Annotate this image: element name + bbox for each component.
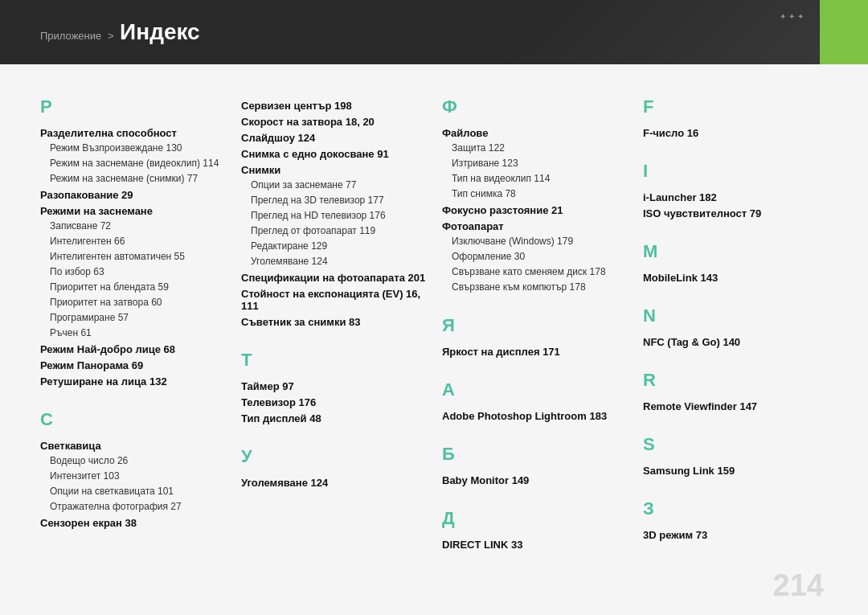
- index-entry-indent: По избор 63: [40, 264, 225, 279]
- index-entry-indent: Интелигентен автоматичен 55: [40, 249, 225, 264]
- index-entry-bold: Remote Viewfinder 147: [643, 400, 828, 412]
- index-entry-bold: Телевизор 176: [241, 396, 426, 408]
- index-entry-bold: Adobe Photoshop Lightroom 183: [442, 410, 627, 422]
- section-letter-F: F: [643, 96, 828, 117]
- index-entry-bold: Режим Най-добро лице 68: [40, 343, 225, 355]
- index-entry-bold: Спецификации на фотоапарата 201: [241, 272, 426, 284]
- index-entry-bold: Файлове: [442, 127, 627, 139]
- section-letter-I: I: [643, 161, 828, 182]
- index-entry-indent: Интензитет 103: [40, 469, 225, 483]
- index-entry-indent: Уголемяване 124: [241, 254, 426, 269]
- index-entry-indent: Тип на видеоклип 114: [442, 171, 627, 186]
- index-entry-indent: Редактиране 129: [241, 239, 426, 253]
- index-entry-bold: Слайдшоу 124: [241, 132, 426, 144]
- index-entry-bold: Разделителна способност: [40, 127, 225, 139]
- header-decoration: ✦ ✦ ✦: [780, 12, 804, 21]
- page-header: ✦ ✦ ✦ Приложение > Индекс: [0, 0, 868, 64]
- section-letter-У: У: [241, 446, 426, 467]
- index-entry-indent: Преглед на 3D телевизор 177: [241, 193, 426, 207]
- index-entry-bold: Стойност на експонацията (EV) 16, 111: [241, 288, 426, 312]
- index-entry-indent: Опции за заснемане 77: [241, 178, 426, 192]
- index-entry-bold: Ретуширане на лица 132: [40, 375, 225, 387]
- section-letter-Ф: Ф: [442, 96, 627, 117]
- index-entry-bold: Яркост на дисплея 171: [442, 346, 627, 358]
- column-4: FF-число 16Ii-Launcher 182ISO чувствител…: [643, 88, 828, 599]
- breadcrumb: Приложение > Индекс: [40, 19, 200, 45]
- index-entry-bold: i-Launcher 182: [643, 191, 828, 203]
- index-entry-indent: Интелигентен 66: [40, 234, 225, 248]
- index-entry-indent: Програмиране 57: [40, 310, 225, 325]
- index-entry-bold: Samsung Link 159: [643, 465, 828, 477]
- index-entry-indent: Свързване към компютър 178: [442, 280, 627, 294]
- section-letter-Т: Т: [241, 350, 426, 371]
- index-entry-bold: Режими на заснемане: [40, 205, 225, 217]
- section-letter-Р: Р: [40, 96, 225, 117]
- index-entry-indent: Режим на заснемане (видеоклип) 114: [40, 156, 225, 170]
- index-entry-bold: Фокусно разстояние 21: [442, 204, 627, 216]
- index-entry-indent: Отражателна фотография 27: [40, 499, 225, 514]
- index-entry-bold: Скорост на затвора 18, 20: [241, 116, 426, 128]
- section-letter-S: S: [643, 434, 828, 455]
- index-entry-indent: Свързване като сменяем диск 178: [442, 264, 627, 279]
- section-letter-З: З: [643, 498, 828, 519]
- section-letter-N: N: [643, 305, 828, 326]
- index-entry-bold: Снимка с едно докосване 91: [241, 148, 426, 160]
- section-letter-А: А: [442, 379, 627, 400]
- section-letter-С: С: [40, 409, 225, 430]
- page-number: 214: [773, 568, 824, 603]
- index-entry-indent: Оформление 30: [442, 249, 627, 264]
- section-letter-Д: Д: [442, 508, 627, 529]
- page-title: Индекс: [120, 19, 200, 44]
- index-entry-indent: Приоритет на затвора 60: [40, 295, 225, 310]
- column-3: ФФайловеЗащита 122Изтриване 123Тип на ви…: [442, 88, 627, 599]
- index-entry-bold: Сензорен екран 38: [40, 517, 225, 529]
- index-entry-bold: DIRECT LINK 33: [442, 539, 627, 551]
- index-entry-bold: Baby Monitor 149: [442, 474, 627, 486]
- index-entry-bold: Таймер 97: [241, 380, 426, 392]
- section-letter-M: M: [643, 241, 828, 262]
- section-letter-Я: Я: [442, 315, 627, 336]
- index-entry-bold: Фотоапарат: [442, 220, 627, 232]
- index-entry-bold: Съветник за снимки 83: [241, 316, 426, 328]
- index-entry-bold: Сервизен център 198: [241, 100, 426, 112]
- index-entry-indent: Изтриване 123: [442, 156, 627, 170]
- index-entry-indent: Тип снимка 78: [442, 187, 627, 201]
- index-entry-indent: Преглед от фотоапарат 119: [241, 223, 426, 238]
- index-entry-bold: Режим Панорама 69: [40, 359, 225, 371]
- index-entry-bold: Снимки: [241, 164, 426, 176]
- column-1: РРазделителна способностРежим Възпроизве…: [40, 88, 225, 599]
- index-entry-bold: F-число 16: [643, 127, 828, 139]
- index-entry-indent: Записване 72: [40, 219, 225, 233]
- breadcrumb-prefix: Приложение: [40, 30, 101, 42]
- index-entry-indent: Режим Възпроизвеждане 130: [40, 141, 225, 155]
- index-entry-bold: NFC (Tag & Go) 140: [643, 336, 828, 348]
- index-entry-bold: Разопакование 29: [40, 189, 225, 201]
- breadcrumb-separator: >: [108, 30, 117, 42]
- index-entry-indent: Режим на заснемане (снимки) 77: [40, 171, 225, 186]
- index-entry-bold: ISO чувствителност 79: [643, 207, 828, 219]
- main-content: РРазделителна способностРежим Възпроизве…: [0, 64, 868, 615]
- index-entry-indent: Опции на светкавицата 101: [40, 484, 225, 498]
- index-entry-bold: Тип дисплей 48: [241, 412, 426, 424]
- index-entry-indent: Ръчен 61: [40, 326, 225, 340]
- index-entry-indent: Приоритет на блендата 59: [40, 280, 225, 294]
- index-entry-bold: Уголемяване 124: [241, 477, 426, 489]
- index-entry-bold: Светкавица: [40, 440, 225, 452]
- index-entry-indent: Водещо число 26: [40, 453, 225, 468]
- index-entry-indent: Изключване (Windows) 179: [442, 234, 627, 248]
- column-2: Сервизен център 198Скорост на затвора 18…: [241, 88, 426, 599]
- index-entry-bold: 3D режим 73: [643, 529, 828, 541]
- section-letter-Б: Б: [442, 444, 627, 465]
- index-entry-indent: Защита 122: [442, 141, 627, 155]
- index-entry-bold: MobileLink 143: [643, 272, 828, 284]
- index-entry-indent: Преглед на HD телевизор 176: [241, 208, 426, 223]
- section-letter-R: R: [643, 370, 828, 391]
